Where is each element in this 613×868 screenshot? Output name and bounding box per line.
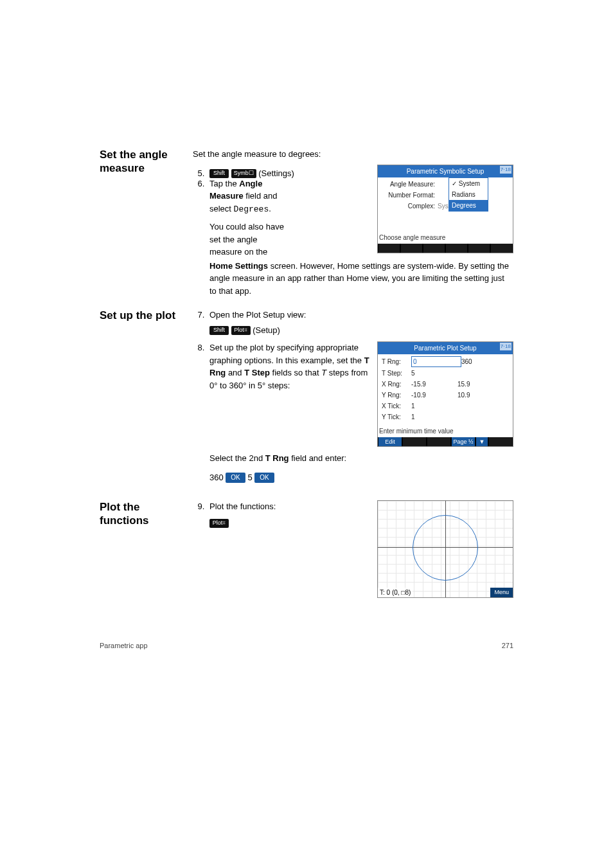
ps-r1l: T Rng: [379, 357, 411, 366]
ps-r3v2: 15.9 [458, 379, 511, 389]
s6-p2-narrow: You could also have set the angle measur… [209, 221, 287, 258]
step-6: Tap the Angle Measure field and select D… [207, 177, 287, 216]
plot-circle [413, 515, 478, 581]
s6-a: Tap the [209, 179, 239, 188]
s7-text: Open the Plot Setup view: [209, 309, 513, 321]
plot-graph-screenshot: T: 0 (0, □8) Menu [377, 500, 513, 598]
shift-key-icon: Shift [209, 169, 229, 178]
plot-status: T: 0 (0, □8) [378, 588, 413, 597]
sk-page: Page ½ [452, 437, 475, 446]
sc1-r2: Number Format: [380, 190, 438, 200]
sk-arrow: ▼ [476, 437, 488, 446]
step-8: Set up the plot by specifying appropriat… [207, 341, 513, 484]
step-9: Plot the functions: Plot⌗ T: 0 (0, □8) [207, 500, 513, 598]
s8-sel-a: Select the 2nd [209, 453, 265, 463]
ps-r4v2: 10.9 [458, 390, 511, 400]
ps-r3v1: -15.9 [411, 379, 458, 389]
s6-e: . [269, 204, 271, 213]
s7-label: (Setup) [253, 325, 280, 335]
dd-degrees: Degrees [449, 200, 488, 211]
section-heading-plot-setup: Set up the plot [100, 309, 193, 322]
ps-r4v1: -10.9 [411, 390, 458, 400]
sc1-r1: Angle Measure: [380, 179, 438, 189]
s8-f: T [321, 368, 326, 377]
sc2-clock: 7⋅18 [500, 343, 511, 350]
s6-d: Degrees [234, 204, 269, 214]
s8-sel-b: T Rng [265, 453, 289, 463]
symbolic-setup-screenshot: Parametric Symbolic Setup 7⋅18 Angle Mea… [377, 165, 513, 253]
s8-c: and [226, 368, 244, 377]
ps-r1v2: 360 [461, 357, 511, 366]
sc2-help: Enter minimum time value [378, 424, 513, 437]
ps-r5l: X Tick: [379, 401, 411, 411]
shift-key-icon-2: Shift [209, 326, 229, 335]
sc1-help: Choose angle measure [378, 230, 513, 244]
entry-360: 360 [209, 473, 224, 482]
symb-key-icon: Symb☐ [231, 169, 256, 178]
section-heading-angle: Set the angle measure [100, 148, 193, 176]
angle-dropdown: System Radians Degrees [449, 177, 488, 212]
step5-label: (Settings) [258, 168, 294, 178]
dd-radians: Radians [449, 189, 488, 200]
ok-softkey-1: OK [226, 473, 245, 483]
s8-e: fields so that [270, 368, 321, 377]
s6-p2-wide: Home Settings screen. However, Home sett… [209, 260, 513, 298]
sc1-r3: Complex: [380, 201, 438, 211]
section-heading-plot-fn: Plot the functions [100, 500, 193, 528]
footer-left: Parametric app [100, 642, 148, 649]
s9-text: Plot the functions: [209, 500, 369, 513]
ok-softkey-2: OK [254, 473, 274, 483]
angle-intro: Set the angle measure to degrees: [193, 148, 513, 161]
ps-r4l: Y Rng: [379, 390, 411, 400]
ps-r2v1: 5 [411, 368, 458, 378]
sc1-title: Parametric Symbolic Setup [407, 168, 484, 175]
entry-5: 5 [247, 473, 252, 482]
step-7: Open the Plot Setup view: Shift Plot⌗ (S… [207, 309, 513, 336]
plot-key-icon-2: Plot⌗ [209, 519, 229, 528]
s8-sel-c: field [289, 453, 309, 463]
ps-r6v1: 1 [411, 412, 458, 422]
s6-p2a-narrow: You could also have set the angle measur… [209, 222, 284, 257]
sc2-title: Parametric Plot Setup [414, 345, 476, 352]
footer-right: 271 [502, 642, 513, 649]
ps-r6l: Y Tick: [379, 412, 411, 422]
dd-system: System [449, 178, 488, 189]
sk-edit: Edit [378, 437, 402, 446]
plot-menu-btn: Menu [490, 588, 513, 598]
s6-p2b: Home Settings [209, 261, 268, 271]
plot-setup-screenshot: Parametric Plot Setup 7⋅18 T Rng:0360 T … [377, 341, 513, 447]
plot-key-icon: Plot⌗ [231, 326, 251, 335]
ps-r1v1: 0 [411, 356, 461, 367]
s8-d: T Step [244, 368, 270, 377]
sc1-clock: 7⋅18 [500, 166, 511, 174]
s8-sel-d: and enter: [309, 453, 347, 463]
ps-r3l: X Rng: [379, 379, 411, 389]
s8-a: Set up the plot by specifying appropriat… [209, 343, 364, 365]
ps-r5v1: 1 [411, 401, 458, 411]
ps-r2l: T Step: [379, 368, 411, 378]
